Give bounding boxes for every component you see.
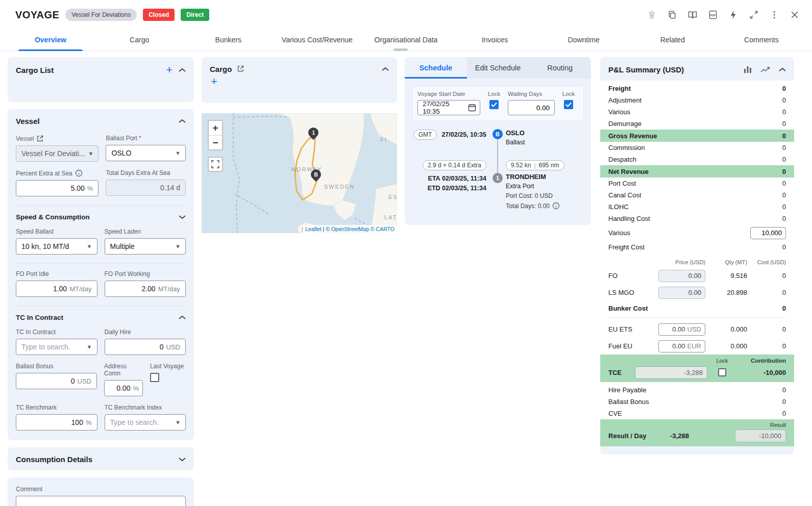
copy-icon[interactable] (667, 10, 677, 20)
add-cargo-icon[interactable]: + (165, 65, 174, 75)
speed-laden-select[interactable]: Multiple ▼ (105, 238, 186, 255)
quick-actions-icon[interactable] (728, 10, 739, 20)
last-voyage-checkbox[interactable] (150, 373, 159, 382)
percent-extra-input[interactable]: 5.00 % (16, 180, 99, 196)
tab-downtime[interactable]: Downtime (539, 30, 628, 50)
ballast-bonus-label: Ballast Bonus (16, 363, 97, 370)
status-badge-direct: Direct (181, 9, 209, 21)
port1-info: OSLO Ballast (506, 129, 525, 146)
leg-duration-chip[interactable]: 2.9 d + 0.14 d Extra (423, 160, 486, 170)
tab-edit-schedule[interactable]: Edit Schedule (467, 57, 529, 79)
map-canvas (202, 113, 397, 233)
pdf-icon[interactable]: PDF (708, 10, 718, 20)
tab-various-cost-revenue[interactable]: Various Cost/Revenue (273, 30, 361, 50)
voyage-start-date-input[interactable]: 27/02/25 10:35 (417, 100, 480, 115)
various-cost-input[interactable] (750, 227, 786, 239)
port1-type: Ballast (506, 139, 525, 146)
pnl-row-various: Various0 (600, 106, 794, 118)
ballast-port-select[interactable]: OSLO ▼ (106, 145, 186, 161)
port1-name: OSLO (506, 129, 525, 137)
waiting-days-lock-checkbox[interactable] (564, 100, 573, 109)
chevron-up-icon[interactable] (179, 119, 186, 123)
fullscreen-icon[interactable] (749, 10, 759, 20)
zoom-in-button[interactable]: + (209, 121, 222, 135)
fo-price-input[interactable]: 0.00 (658, 270, 705, 282)
main-tab-bar: Overview Cargo Bunkers Various Cost/Reve… (0, 30, 812, 51)
eta-row: ETA 02/03/25, 11:34 (428, 175, 486, 182)
tab-organisational-data[interactable]: Organisational Data (361, 30, 450, 50)
tab-comments[interactable]: Comments (717, 30, 806, 50)
chevron-down-icon[interactable] (179, 457, 186, 462)
address-comn-input[interactable]: 0.00 % (104, 380, 143, 396)
tab-routing[interactable]: Routing (529, 57, 591, 79)
tc-benchmark-input[interactable]: 100 % (16, 414, 97, 431)
more-options-icon[interactable] (769, 10, 779, 20)
map-label-finland: FI (380, 137, 387, 143)
delete-icon[interactable] (647, 10, 657, 20)
chevron-up-icon[interactable] (779, 67, 786, 72)
tce-lock-checkbox[interactable] (718, 368, 726, 376)
vessel-select[interactable]: Vessel For Deviati... ▼ (16, 145, 99, 162)
tab-bunkers[interactable]: Bunkers (184, 30, 273, 50)
pnl-row-commission: Commission0 (600, 142, 794, 154)
timezone-chip[interactable]: GMT (413, 130, 437, 140)
tc-in-contract-select[interactable]: Type to search. ▼ (16, 339, 97, 355)
cargo-list-panel: Cargo List + (8, 57, 194, 102)
fo-port-working-input[interactable]: 2.00 MT/day (105, 281, 186, 297)
carto-link[interactable]: © CARTO (371, 226, 395, 232)
osm-link[interactable]: © OpenStreetMap (326, 226, 369, 232)
days-extra-label: Total Days Extra At Sea (106, 169, 186, 176)
tab-schedule[interactable]: Schedule (405, 57, 467, 79)
voyage-map[interactable]: NORWAY SWEDEN DEN FI ES LAT B 1 + − Leaf… (202, 113, 397, 233)
calendar-icon[interactable] (468, 104, 476, 112)
close-icon[interactable] (790, 10, 800, 20)
tab-overview[interactable]: Overview (6, 30, 95, 50)
chevron-down-icon: ▼ (175, 419, 181, 425)
start-date-lock-checkbox[interactable] (489, 100, 499, 109)
bar-chart-icon[interactable] (743, 65, 752, 74)
cargo-list-title: Cargo List (16, 66, 54, 74)
chevron-down-icon[interactable] (179, 215, 186, 219)
chevron-down-icon: ▼ (175, 150, 181, 156)
topbar: VOYAGE Vessel For Deviations Closed Dire… (0, 0, 812, 30)
tc-in-contract-label: TC In Contract (16, 328, 97, 336)
leg-speed-chip[interactable]: 9.52 kn|695 nm (506, 160, 564, 170)
chevron-up-icon[interactable] (382, 67, 389, 71)
trend-chart-icon[interactable] (760, 65, 771, 74)
leaflet-link[interactable]: Leaflet (305, 226, 322, 232)
port2-info: TRONDHEIM Extra Port Port Cost: 0 USD To… (506, 173, 560, 210)
tab-cargo[interactable]: Cargo (95, 30, 184, 50)
waiting-days-input[interactable] (508, 100, 555, 115)
external-link-icon[interactable] (237, 65, 245, 73)
zoom-out-button[interactable]: − (209, 135, 222, 149)
fo-port-idle-input[interactable]: 1.00 MT/day (16, 281, 97, 297)
lock-label: Lock (484, 91, 504, 97)
pnl-summary-panel: P&L Summary (USD) (600, 57, 794, 454)
tab-invoices[interactable]: Invoices (451, 30, 539, 50)
daily-hire-input[interactable]: 0 USD (105, 339, 186, 355)
info-icon[interactable] (75, 169, 83, 177)
map-zoom-control: + − (208, 120, 223, 150)
tab-related[interactable]: Related (628, 30, 717, 50)
tc-benchmark-index-select[interactable]: Type to search. ▼ (105, 414, 186, 431)
bunker-row-ls-mgo: LS MGO 0.00 20.898 0 (600, 284, 794, 301)
external-link-icon[interactable] (36, 135, 44, 142)
chevron-up-icon[interactable] (179, 68, 186, 72)
comment-textarea[interactable] (16, 496, 186, 506)
compare-icon[interactable] (687, 10, 698, 20)
info-icon[interactable] (552, 202, 560, 210)
voyage-page: VOYAGE Vessel For Deviations Closed Dire… (0, 0, 812, 506)
fuel-eu-price-input[interactable]: 0.00EUR (658, 340, 705, 352)
map-fullscreen-button[interactable] (208, 157, 223, 172)
content: Cargo List + Vessel (0, 51, 812, 506)
panel-resize-handle[interactable] (393, 48, 408, 51)
add-cargo-item-icon[interactable]: + (210, 75, 218, 88)
eu-ets-price-input[interactable]: 0.00USD (658, 323, 705, 336)
address-comn-label: Address Comn (104, 363, 143, 377)
chevron-up-icon[interactable] (179, 315, 186, 320)
vessel-panel-title: Vessel (16, 117, 40, 125)
speed-ballast-select[interactable]: 10 kn, 10 MT/d ▼ (16, 238, 97, 255)
cargo-panel-title: Cargo (210, 65, 232, 73)
ballast-bonus-input[interactable]: 0 USD (16, 373, 97, 389)
ls-mgo-price-input[interactable]: 0.00 (658, 287, 705, 299)
